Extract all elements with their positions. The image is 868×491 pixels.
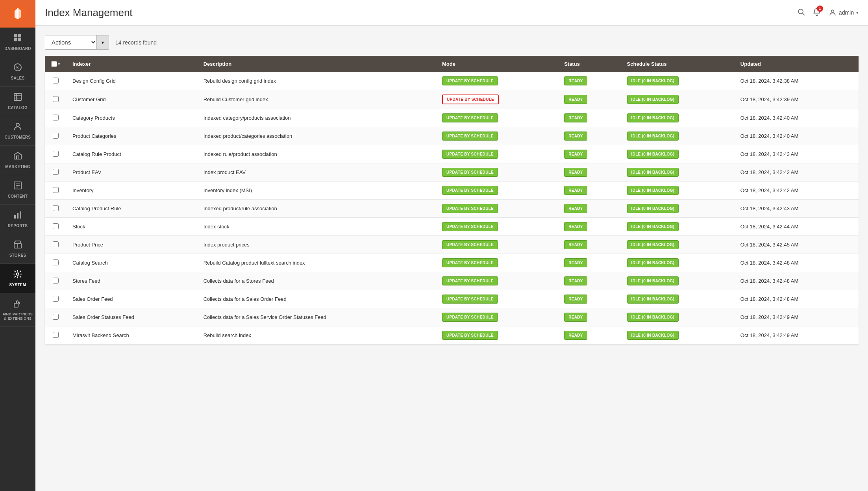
select-all-checkbox[interactable]	[51, 61, 57, 67]
row-description: Indexed rule/product association	[197, 145, 436, 163]
sidebar-item-extensions-label: FIND PARTNERS & EXTENSIONS	[2, 312, 34, 321]
row-checkbox-2[interactable]	[53, 115, 59, 120]
mode-button-7[interactable]: UPDATE BY SCHEDULE	[442, 204, 498, 213]
mode-button-5[interactable]: UPDATE BY SCHEDULE	[442, 168, 498, 177]
main-content: Index Management 1 admin ▾ Actions ▾	[35, 0, 868, 491]
row-checkbox-7[interactable]	[53, 205, 59, 211]
schedule-badge-9: IDLE (0 IN BACKLOG)	[627, 240, 679, 249]
svg-rect-6	[14, 38, 17, 41]
sidebar-item-dashboard-label: DASHBOARD	[4, 46, 31, 51]
svg-point-28	[831, 10, 834, 13]
mode-button-11[interactable]: UPDATE BY SCHEDULE	[442, 276, 498, 285]
status-badge-10: READY	[564, 258, 587, 267]
row-checkbox-cell	[45, 290, 66, 308]
table-header-row: ▾ Indexer Description Mode Status Schedu…	[45, 56, 859, 72]
table-row: Catalog Rule Product Indexed rule/produc…	[45, 145, 859, 163]
row-updated: Oct 18, 2024, 3:42:39 AM	[734, 90, 859, 109]
row-checkbox-9[interactable]	[53, 241, 59, 247]
row-mode: UPDATE BY SCHEDULE	[436, 236, 558, 254]
sidebar-item-content[interactable]: CONTENT	[0, 175, 35, 205]
th-mode: Mode	[436, 56, 558, 72]
sidebar-item-catalog[interactable]: CATALOG	[0, 87, 35, 116]
sidebar-item-extensions[interactable]: FIND PARTNERS & EXTENSIONS	[0, 293, 35, 327]
content-area: Actions ▾ 14 records found ▾ Indexer	[35, 26, 868, 491]
row-checkbox-12[interactable]	[53, 296, 59, 302]
row-indexer: Stock	[66, 218, 197, 236]
row-indexer: Inventory	[66, 182, 197, 200]
mode-button-9[interactable]: UPDATE BY SCHEDULE	[442, 240, 498, 249]
th-schedule-status: Schedule Status	[621, 56, 734, 72]
row-checkbox-4[interactable]	[53, 151, 59, 157]
mode-button-12[interactable]: UPDATE BY SCHEDULE	[442, 295, 498, 304]
status-badge-14: READY	[564, 331, 587, 340]
mode-button-14[interactable]: UPDATE BY SCHEDULE	[442, 331, 498, 340]
row-checkbox-8[interactable]	[53, 223, 59, 229]
row-checkbox-cell	[45, 272, 66, 290]
schedule-badge-12: IDLE (0 IN BACKLOG)	[627, 295, 679, 304]
mode-button-6[interactable]: UPDATE BY SCHEDULE	[442, 186, 498, 195]
row-checkbox-3[interactable]	[53, 133, 59, 139]
row-schedule-status: IDLE (0 IN BACKLOG)	[621, 163, 734, 182]
row-status: READY	[558, 308, 620, 326]
row-mode: UPDATE BY SCHEDULE	[436, 326, 558, 345]
th-updated: Updated	[734, 56, 859, 72]
actions-dropdown-button[interactable]: ▾	[96, 35, 109, 49]
row-updated: Oct 18, 2024, 3:42:49 AM	[734, 326, 859, 345]
row-checkbox-6[interactable]	[53, 187, 59, 193]
table-row: Product EAV Index product EAV UPDATE BY …	[45, 163, 859, 182]
mode-button-8[interactable]: UPDATE BY SCHEDULE	[442, 222, 498, 231]
row-checkbox-cell	[45, 200, 66, 218]
mode-button-3[interactable]: UPDATE BY SCHEDULE	[442, 132, 498, 141]
row-checkbox-11[interactable]	[53, 278, 59, 283]
row-checkbox-13[interactable]	[53, 314, 59, 320]
sidebar-item-reports-label: REPORTS	[8, 224, 28, 228]
sidebar-item-sales[interactable]: $ SALES	[0, 57, 35, 87]
sidebar-item-stores[interactable]: STORES	[0, 234, 35, 264]
sidebar-item-system[interactable]: SYSTEM	[0, 264, 35, 293]
row-indexer: Product Price	[66, 236, 197, 254]
row-mode: UPDATE BY SCHEDULE	[436, 109, 558, 127]
row-mode: UPDATE BY SCHEDULE	[436, 218, 558, 236]
actions-select[interactable]: Actions	[45, 35, 96, 49]
row-checkbox-1[interactable]	[53, 96, 59, 102]
row-schedule-status: IDLE (0 IN BACKLOG)	[621, 326, 734, 345]
search-button[interactable]	[797, 8, 805, 18]
row-checkbox-5[interactable]	[53, 169, 59, 175]
sidebar-item-customers-label: CUSTOMERS	[5, 135, 31, 140]
mode-button-0[interactable]: UPDATE BY SCHEDULE	[442, 76, 498, 85]
sidebar-item-marketing[interactable]: MARKETING	[0, 146, 35, 175]
sidebar-logo[interactable]	[0, 0, 35, 28]
row-checkbox-10[interactable]	[53, 259, 59, 265]
mode-button-1[interactable]: UPDATE BY SCHEDULE	[442, 94, 499, 104]
mode-button-2[interactable]: UPDATE BY SCHEDULE	[442, 113, 498, 122]
mode-button-4[interactable]: UPDATE BY SCHEDULE	[442, 150, 498, 159]
row-indexer: Mirasvit Backend Search	[66, 326, 197, 345]
table-row: Sales Order Feed Collects data for a Sal…	[45, 290, 859, 308]
row-updated: Oct 18, 2024, 3:42:49 AM	[734, 308, 859, 326]
mode-button-13[interactable]: UPDATE BY SCHEDULE	[442, 313, 498, 322]
row-updated: Oct 18, 2024, 3:42:45 AM	[734, 236, 859, 254]
mode-button-10[interactable]: UPDATE BY SCHEDULE	[442, 258, 498, 267]
row-checkbox-14[interactable]	[53, 332, 59, 338]
admin-menu[interactable]: admin ▾	[829, 9, 859, 17]
row-schedule-status: IDLE (0 IN BACKLOG)	[621, 308, 734, 326]
status-badge-9: READY	[564, 240, 587, 249]
row-description: Indexed category/products association	[197, 109, 436, 127]
row-indexer: Stores Feed	[66, 272, 197, 290]
sidebar-item-dashboard[interactable]: DASHBOARD	[0, 28, 35, 57]
row-description: Rebuild Customer grid index	[197, 90, 436, 109]
row-checkbox-cell	[45, 163, 66, 182]
row-mode: UPDATE BY SCHEDULE	[436, 290, 558, 308]
dropdown-arrow-icon: ▾	[102, 40, 104, 45]
sidebar-item-customers[interactable]: CUSTOMERS	[0, 116, 35, 146]
notifications-button[interactable]: 1	[813, 8, 821, 18]
row-schedule-status: IDLE (0 IN BACKLOG)	[621, 272, 734, 290]
schedule-badge-5: IDLE (0 IN BACKLOG)	[627, 168, 679, 177]
sidebar-item-reports[interactable]: REPORTS	[0, 205, 35, 234]
row-indexer: Catalog Rule Product	[66, 145, 197, 163]
row-indexer: Category Products	[66, 109, 197, 127]
header-checkbox-arrow[interactable]: ▾	[58, 62, 60, 66]
row-checkbox-0[interactable]	[53, 78, 59, 83]
row-status: READY	[558, 236, 620, 254]
row-mode: UPDATE BY SCHEDULE	[436, 145, 558, 163]
